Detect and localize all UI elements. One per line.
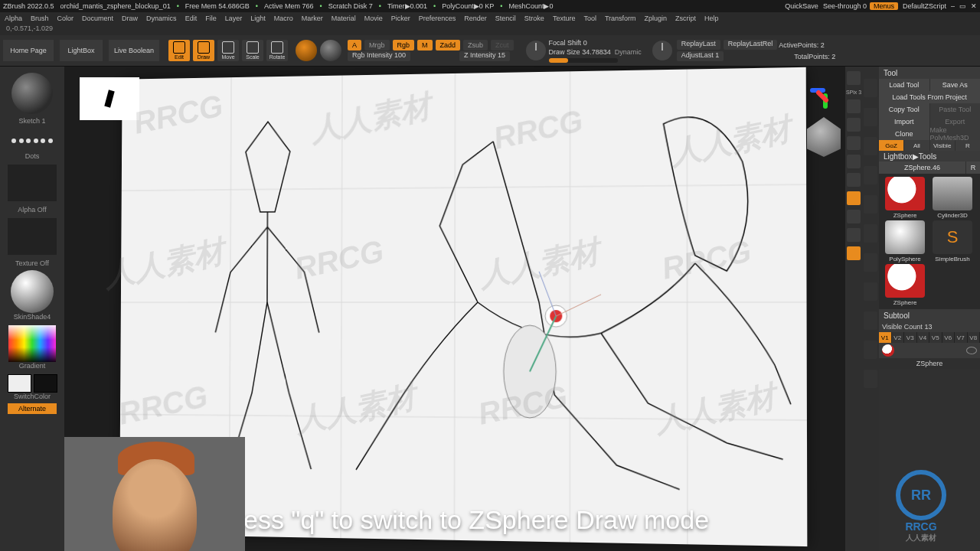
z-intensity[interactable]: Z Intensity 15 [459,51,510,61]
subtool-row[interactable] [879,343,980,358]
menu-dynamics[interactable]: Dynamics [146,15,177,22]
rgb-intensity[interactable]: Rgb Intensity 100 [348,51,410,61]
menu-macro[interactable]: Macro [274,15,293,22]
camera-head-icon[interactable] [807,117,841,157]
move-mode-button[interactable]: Move [217,40,239,61]
vtab-v4[interactable]: V4 [917,332,930,343]
menu-light[interactable]: Light [250,15,266,22]
menu-preferences[interactable]: Preferences [419,15,456,22]
menus-toggle[interactable]: Menus [870,2,898,10]
zadd-toggle[interactable]: Zadd [436,40,461,51]
persp-icon[interactable] [847,173,861,187]
menu-help[interactable]: Help [704,15,719,22]
transp-icon[interactable] [864,311,877,330]
brush-thumb[interactable] [11,73,53,114]
menu-color[interactable]: Color [57,15,74,22]
default-zscript[interactable]: DefaultZScript [903,2,946,10]
adjust-last[interactable]: AdjustLast 1 [677,51,724,61]
menu-stroke[interactable]: Stroke [524,15,544,22]
make-polymesh-button[interactable]: Make PolyMesh3D [930,128,981,140]
menu-zscript[interactable]: Zscript [675,15,696,22]
menu-brush[interactable]: Brush [31,15,49,22]
clone-button[interactable]: Clone [879,128,929,140]
material-secondary-icon[interactable] [320,40,341,61]
chip-visible[interactable]: Visible [930,140,955,151]
menu-edit[interactable]: Edit [185,15,198,22]
eye-icon[interactable] [966,347,977,354]
a-toggle[interactable]: A [348,40,361,51]
focal-shift-knob[interactable] [526,41,546,60]
live-boolean-button[interactable]: Live Boolean [109,40,159,61]
quicksave-button[interactable]: QuickSave [785,2,818,10]
tool-zsphere[interactable]: ZSphere [882,177,928,219]
alternate-button[interactable]: Alternate [8,403,57,414]
solo-icon[interactable] [864,370,877,388]
vtab-v7[interactable]: V7 [955,332,968,343]
menu-layer[interactable]: Layer [225,15,243,22]
m-toggle[interactable]: M [417,40,433,51]
menu-tool[interactable]: Tool [583,15,596,22]
spix-3-icon[interactable] [847,71,861,85]
menu-marker[interactable]: Marker [302,15,323,22]
load-project-button[interactable]: Load Tools From Project [879,91,980,103]
texture-thumb[interactable] [8,218,57,255]
gradient-label[interactable]: Gradient [19,362,46,370]
scroll-icon[interactable] [847,99,861,113]
home-page-button[interactable]: Home Page [3,40,54,61]
stroke-dots-icon[interactable] [11,129,53,152]
load-tool-button[interactable]: Load Tool [879,79,929,91]
window-close-icon[interactable]: ✕ [971,2,977,10]
color-swatches[interactable] [8,374,57,393]
seethrough[interactable]: See-through 0 [823,2,867,10]
vtab-v1[interactable]: V1 [879,332,892,343]
vtab-v5[interactable]: V5 [929,332,942,343]
axis-gizmo-icon[interactable] [810,82,841,112]
window-min-icon[interactable]: – [951,2,955,10]
tool-simplebrush[interactable]: SSimpleBrush [929,220,975,262]
tool-header[interactable]: Tool [879,67,980,79]
draw-size-label[interactable]: Draw Size 34.78834 Dynamic [549,48,642,56]
polyf-icon[interactable] [864,282,877,301]
replay-last[interactable]: ReplayLast [677,40,720,50]
subtool-header[interactable]: Subtool [879,309,980,321]
menu-alpha[interactable]: Alpha [5,15,22,22]
draw-mode-button[interactable]: Draw [193,40,214,61]
material-thumb[interactable] [11,270,54,313]
material-swatch-icon[interactable] [296,40,317,61]
alpha-thumb[interactable] [8,165,57,201]
aahalf-icon[interactable] [847,155,861,168]
zoom-icon[interactable] [847,118,861,132]
zoom3d-icon[interactable] [864,195,877,214]
menu-zplugin[interactable]: Zplugin [645,15,668,22]
color-picker[interactable] [8,325,56,362]
tool-cylinder3d[interactable]: Cylinder3D [929,177,975,219]
tool-polysphere[interactable]: PolySphere [882,220,928,262]
draw-size-slider[interactable] [549,58,618,63]
floor-icon[interactable] [847,191,861,205]
vtab-v8[interactable]: V8 [968,332,981,343]
replay-last-rel[interactable]: ReplayLastRel [724,40,778,50]
paste-tool-button[interactable]: Paste Tool [930,103,981,116]
actual-icon[interactable] [847,136,861,150]
menu-movie[interactable]: Movie [364,15,383,22]
rotate-mode-button[interactable]: Rotate [266,40,288,61]
menu-material[interactable]: Material [332,15,356,22]
mrgb-toggle[interactable]: Mrgb [364,40,390,51]
xpyz-icon[interactable] [847,246,861,260]
edit-mode-button[interactable]: Edit [168,40,190,61]
line-fill-icon[interactable] [864,253,877,272]
zcut-toggle[interactable]: Zcut [491,40,514,51]
menu-transform[interactable]: Transform [605,15,636,22]
chip-r[interactable]: R [956,140,980,151]
rgb-toggle[interactable]: Rgb [393,40,415,51]
frame-icon[interactable] [864,137,877,155]
menu-file[interactable]: File [205,15,217,22]
import-button[interactable]: Import [879,116,929,128]
vtab-v3[interactable]: V3 [904,332,917,343]
vtab-v2[interactable]: V2 [892,332,905,343]
switch-color-label[interactable]: SwitchColor [14,393,51,400]
scale-mode-button[interactable]: Scale [242,40,263,61]
move-icon[interactable] [864,166,877,184]
tool-zsphere[interactable]: ZSphere [882,264,928,306]
tool-r-button[interactable]: R [966,161,980,174]
